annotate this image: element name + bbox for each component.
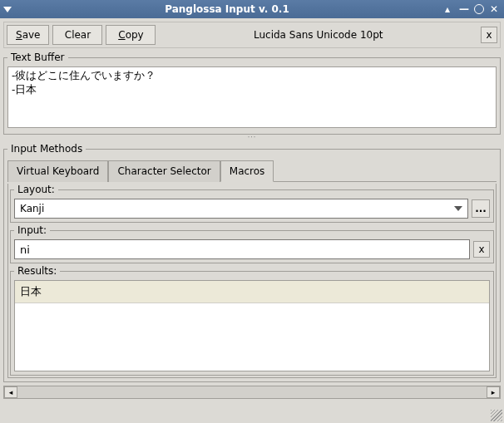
input-legend: Input: — [14, 224, 50, 236]
tab-panel-macros: Layout: Kanji ... Input: x Results: — [7, 184, 497, 378]
toolbar: Save Clear Copy Lucida Sans Unicode 10pt… — [3, 22, 501, 48]
scrollbar-track[interactable] — [17, 386, 487, 398]
layout-browse-button[interactable]: ... — [472, 199, 490, 218]
scroll-left-button[interactable]: ◂ — [4, 386, 17, 398]
input-group: Input: x — [10, 224, 494, 263]
results-group: Results: 日本 — [10, 265, 494, 376]
layout-group: Layout: Kanji ... — [10, 184, 494, 223]
maximize-button[interactable] — [474, 4, 484, 14]
results-list[interactable]: 日本 — [14, 280, 490, 371]
clear-button[interactable]: Clear — [52, 25, 102, 45]
window-aux-icon[interactable]: ▴ — [441, 2, 454, 16]
macro-input[interactable] — [14, 239, 470, 259]
input-methods-legend: Input Methods — [7, 143, 86, 155]
app-menu-icon[interactable] — [3, 7, 12, 12]
splitter-handle[interactable]: ··· — [3, 135, 501, 140]
minimize-button[interactable]: — — [457, 2, 471, 16]
clear-input-button[interactable]: x — [473, 241, 490, 258]
font-label: Lucida Sans Unicode 10pt — [159, 29, 477, 41]
close-window-button[interactable]: ✕ — [487, 2, 501, 16]
layout-combobox[interactable]: Kanji — [14, 199, 468, 219]
layout-value: Kanji — [20, 203, 454, 214]
chevron-down-icon — [454, 206, 462, 211]
save-button[interactable]: Save — [7, 25, 49, 45]
window-titlebar: Panglossa Input v. 0.1 ▴ — ✕ — [0, 0, 504, 18]
horizontal-scrollbar[interactable]: ◂ ▸ — [3, 386, 501, 399]
text-buffer-group: Text Buffer — [3, 52, 501, 135]
tab-character-selector[interactable]: Character Selector — [108, 160, 220, 182]
text-buffer[interactable] — [7, 66, 497, 128]
resize-grip-icon[interactable] — [491, 410, 502, 421]
input-methods-group: Input Methods Virtual Keyboard Character… — [3, 143, 501, 382]
layout-label: Layout: — [14, 184, 58, 195]
results-legend: Results: — [14, 265, 60, 277]
toolbar-close-button[interactable]: x — [481, 27, 497, 43]
copy-button[interactable]: Copy — [106, 25, 156, 45]
tab-bar: Virtual Keyboard Character Selector Macr… — [7, 160, 497, 182]
text-buffer-legend: Text Buffer — [7, 52, 68, 63]
window-title: Panglossa Input v. 0.1 — [17, 3, 437, 15]
scroll-right-button[interactable]: ▸ — [487, 386, 500, 398]
tab-macros[interactable]: Macros — [220, 160, 274, 182]
tab-virtual-keyboard[interactable]: Virtual Keyboard — [7, 160, 108, 182]
list-item[interactable]: 日本 — [15, 281, 489, 303]
